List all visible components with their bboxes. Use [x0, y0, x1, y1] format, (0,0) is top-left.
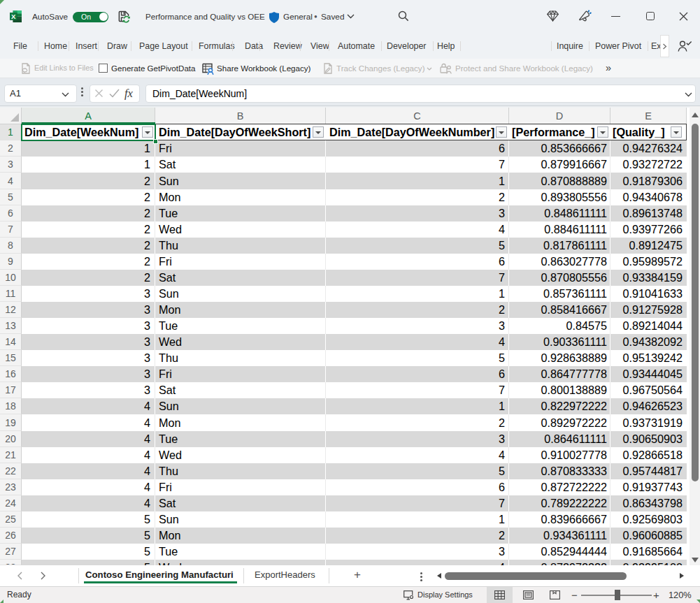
- svg-text:X: X: [11, 13, 16, 20]
